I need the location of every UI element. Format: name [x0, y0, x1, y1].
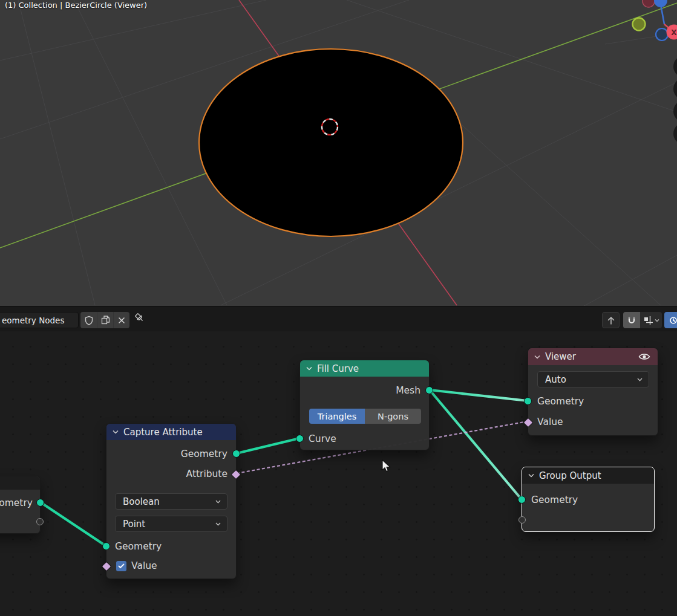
node-tree-name: eometry Nodes [2, 316, 64, 325]
filled-circle-mesh[interactable] [199, 49, 463, 236]
chevron-down-icon [306, 366, 312, 371]
node-fill-curve[interactable]: Fill Curve Mesh Triangles N-gons Curve [299, 360, 430, 450]
close-icon [117, 316, 126, 325]
wire-fill-to-output[interactable] [430, 390, 522, 499]
domain-dropdown[interactable]: Point [115, 516, 227, 532]
node-editor-header: eometry Nodes [0, 306, 677, 331]
node-tree-name-field[interactable]: eometry Nodes [0, 312, 79, 328]
socket-label: Value [537, 417, 563, 427]
node-title: Fill Curve [317, 363, 359, 374]
gizmo-y-ball[interactable] [633, 18, 646, 31]
socket-label: ometry [0, 498, 33, 508]
socket-virtual[interactable] [36, 518, 44, 525]
chevron-down-icon [215, 500, 221, 504]
viewport-info-text: (1) Collection | BezierCircle (Viewer) [5, 1, 147, 10]
eye-icon[interactable] [638, 352, 650, 361]
go-parent-tree-button[interactable] [602, 312, 620, 328]
chevron-down-icon [113, 430, 119, 434]
socket-geometry-output[interactable] [232, 450, 240, 458]
wire-input-to-capture[interactable] [41, 502, 106, 546]
socket-geometry-output[interactable] [36, 499, 44, 507]
snap-mode-dropdown[interactable] [640, 312, 662, 328]
chevron-down-icon [534, 355, 540, 359]
node-title: Group Output [539, 470, 601, 481]
socket-label: Geometry [537, 396, 584, 407]
gizmo-x-label: X [671, 28, 677, 37]
navigation-gizmo[interactable]: X [633, 0, 677, 41]
dropdown-value: Auto [545, 374, 566, 385]
new-tree-button[interactable] [97, 312, 113, 328]
viewport-scene: X [0, 0, 677, 306]
node-group-output[interactable]: Group Output Geometry [522, 467, 655, 532]
socket-geometry-input[interactable] [518, 496, 526, 504]
gizmo-y-neg-ball[interactable] [643, 0, 655, 7]
group-input-geometry-output-row: ometry [0, 497, 33, 509]
chevron-down-icon [637, 378, 643, 381]
ngons-option[interactable]: N-gons [365, 409, 421, 424]
viewer-domain-dropdown[interactable]: Auto [537, 371, 649, 387]
socket-label: Geometry [181, 449, 227, 459]
dropdown-value: Point [123, 519, 145, 530]
realtime-toggle-button[interactable] [664, 312, 677, 328]
socket-label: Attribute [186, 468, 227, 479]
node-editor-canvas[interactable]: ometry Capture Attribute Geometry Attrib… [0, 331, 677, 616]
tree-name-buttons [80, 312, 129, 328]
pin-editor-button[interactable] [134, 312, 146, 326]
node-title: Viewer [545, 351, 576, 362]
snap-toggle-button[interactable] [623, 312, 640, 328]
fake-user-button[interactable] [80, 312, 97, 328]
node-viewer[interactable]: Viewer Auto Geometry Value [528, 348, 658, 436]
dropdown-value: Boolean [123, 496, 160, 507]
socket-curve-input[interactable] [296, 435, 304, 443]
socket-virtual[interactable] [518, 516, 526, 524]
socket-label: Mesh [396, 385, 420, 396]
blender-window: X (1) Collection | BezierCircle (Viewer)… [0, 0, 677, 616]
fill-mode-toggle: Triangles N-gons [309, 409, 421, 424]
wire-capture-to-fill[interactable] [237, 438, 299, 453]
3d-viewport[interactable]: X (1) Collection | BezierCircle (Viewer) [0, 0, 677, 306]
value-checkbox[interactable] [116, 561, 126, 571]
pin-icon [134, 312, 146, 324]
socket-label: Curve [309, 433, 336, 444]
chevron-down-icon [215, 522, 221, 526]
shield-icon [84, 316, 94, 325]
mouse-cursor [382, 459, 393, 474]
socket-label: Geometry [115, 541, 162, 552]
gizmo-z-neg-ball[interactable] [656, 28, 668, 41]
node-group-input[interactable]: ometry [0, 476, 41, 534]
gizmo-z-ball[interactable] [654, 0, 667, 7]
socket-label: Geometry [531, 494, 578, 505]
socket-geometry-input[interactable] [102, 542, 110, 550]
socket-label: Value [131, 560, 157, 571]
copy-icon [100, 315, 111, 325]
arrow-up-icon [606, 316, 616, 325]
triangles-option[interactable]: Triangles [309, 409, 365, 424]
data-type-dropdown[interactable]: Boolean [115, 493, 227, 510]
wire-fill-to-viewer[interactable] [430, 390, 528, 401]
circular-arrow-icon [669, 316, 677, 325]
chevron-down-icon [655, 319, 659, 322]
socket-geometry-input[interactable] [524, 397, 532, 405]
magnet-icon [627, 316, 636, 325]
node-capture-attribute[interactable]: Capture Attribute Geometry Attribute Boo… [106, 423, 237, 579]
socket-mesh-output[interactable] [425, 386, 433, 394]
unlink-tree-button[interactable] [113, 312, 129, 328]
check-icon [118, 563, 125, 569]
chevron-down-icon [528, 473, 534, 478]
snap-target-icon [643, 316, 653, 325]
viewport-side-buttons[interactable] [673, 56, 677, 144]
node-title: Capture Attribute [123, 427, 203, 438]
